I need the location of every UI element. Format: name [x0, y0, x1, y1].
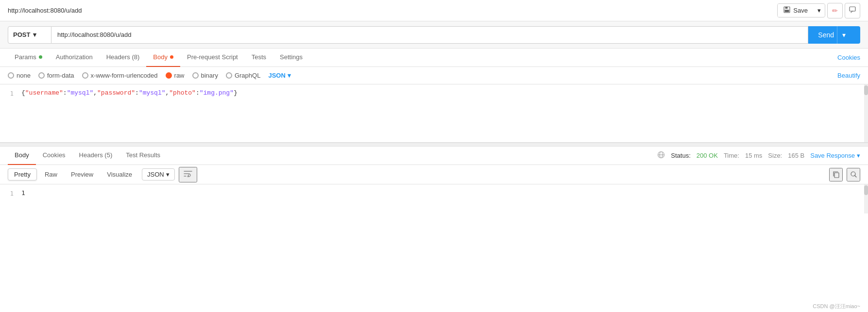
cookies-link[interactable]: Cookies [837, 54, 860, 61]
request-editor: 1 {"username":"mysql","password":"mysql"… [0, 84, 868, 143]
response-editor: 1 1 [0, 184, 868, 213]
chevron-down-icon: ▾ [817, 7, 821, 14]
tab-pre-request[interactable]: Pre-request Script [180, 49, 245, 67]
response-scrollbar[interactable] [864, 184, 868, 213]
radio-url-encoded[interactable] [82, 72, 88, 79]
option-raw[interactable]: raw [166, 72, 185, 79]
send-label: Send [818, 31, 834, 39]
radio-binary[interactable] [192, 72, 199, 79]
edit-icon: ✏ [832, 7, 838, 15]
response-section: Body Cookies Headers (5) Test Results St… [0, 147, 868, 213]
save-button[interactable]: Save [778, 4, 814, 17]
response-line-content-1: 1 [19, 189, 868, 197]
response-line-1: 1 1 [0, 188, 868, 198]
request-tabs-bar: Params Authorization Headers (8) Body Pr… [0, 49, 868, 67]
option-binary[interactable]: binary [192, 72, 218, 79]
edit-button[interactable]: ✏ [827, 3, 843, 18]
tab-tests[interactable]: Tests [245, 49, 273, 67]
url-bar: POST ▾ Send ▾ [0, 21, 868, 49]
option-graphql[interactable]: GraphQL [226, 72, 260, 79]
format-pretty-button[interactable]: Pretty [8, 168, 37, 181]
comment-icon [849, 6, 856, 15]
status-label: Status: [671, 152, 690, 159]
top-bar: http://localhost:8080/u/add Save ▾ ✏ [0, 0, 868, 21]
tab-body[interactable]: Body [146, 49, 180, 67]
comment-button[interactable] [845, 3, 860, 18]
svg-rect-1 [785, 7, 788, 9]
svg-rect-3 [850, 7, 855, 11]
wrap-button[interactable] [179, 167, 197, 182]
response-status: Status: 200 OK Time: 15 ms Size: 165 B S… [657, 151, 860, 160]
page-title: http://localhost:8080/u/add [8, 7, 82, 14]
radio-none[interactable] [8, 72, 14, 79]
globe-icon [657, 151, 665, 160]
tab-settings[interactable]: Settings [273, 49, 309, 67]
beautify-button[interactable]: Beautify [837, 72, 860, 79]
save-button-group: Save ▾ [777, 3, 825, 17]
response-json-select[interactable]: JSON ▾ [142, 168, 175, 181]
save-dropdown-button[interactable]: ▾ [814, 4, 825, 16]
format-preview-button[interactable]: Preview [65, 169, 99, 180]
response-tab-headers[interactable]: Headers (5) [72, 147, 119, 165]
radio-graphql[interactable] [226, 72, 232, 79]
response-json-dropdown-icon: ▾ [166, 171, 170, 178]
response-tabs: Body Cookies Headers (5) Test Results [8, 147, 167, 165]
method-select[interactable]: POST ▾ [8, 26, 51, 44]
footer-text: CSDN @汪汪miao~ [813, 303, 860, 309]
response-action-icons [829, 168, 860, 181]
scrollbar-thumb[interactable] [864, 85, 868, 95]
copy-response-button[interactable] [829, 168, 843, 181]
save-label: Save [793, 7, 808, 14]
tab-params[interactable]: Params [8, 49, 49, 67]
url-input[interactable] [51, 26, 808, 44]
response-tab-test-results[interactable]: Test Results [119, 147, 167, 165]
response-scrollbar-thumb[interactable] [864, 185, 868, 195]
option-url-encoded[interactable]: x-www-form-urlencoded [82, 72, 158, 79]
open-brace: { [21, 89, 25, 97]
editor-scrollbar[interactable] [864, 84, 868, 142]
response-line-number-1: 1 [0, 189, 19, 197]
option-none[interactable]: none [8, 72, 31, 79]
size-label: Size: [768, 152, 782, 159]
response-content-1: 1 [21, 189, 25, 197]
json-dropdown-icon: ▾ [288, 72, 291, 79]
line-content-1[interactable]: {"username":"mysql","password":"mysql","… [19, 89, 868, 97]
save-response-link[interactable]: Save Response ▾ [810, 152, 860, 159]
method-dropdown-icon: ▾ [33, 31, 36, 38]
time-value: 15 ms [745, 152, 762, 159]
tab-headers[interactable]: Headers (8) [100, 49, 147, 67]
method-label: POST [13, 31, 30, 38]
status-value: 200 OK [697, 152, 718, 159]
radio-raw[interactable] [166, 72, 172, 79]
option-form-data[interactable]: form-data [38, 72, 74, 79]
svg-rect-6 [834, 173, 839, 178]
search-response-button[interactable] [847, 168, 860, 181]
save-icon [783, 6, 790, 15]
format-raw-button[interactable]: Raw [39, 169, 63, 180]
response-format-bar: Pretty Raw Preview Visualize JSON ▾ [0, 165, 868, 184]
editor-line-1: 1 {"username":"mysql","password":"mysql"… [0, 88, 868, 98]
response-tab-body[interactable]: Body [8, 147, 36, 165]
body-options-bar: none form-data x-www-form-urlencoded raw… [0, 67, 868, 84]
format-visualize-button[interactable]: Visualize [101, 169, 138, 180]
json-select[interactable]: JSON ▾ [268, 72, 290, 79]
response-tab-cookies[interactable]: Cookies [36, 147, 72, 165]
send-button[interactable]: Send ▾ [808, 26, 860, 44]
save-response-dropdown-icon: ▾ [857, 152, 860, 159]
size-value: 165 B [788, 152, 804, 159]
request-tabs: Params Authorization Headers (8) Body Pr… [8, 49, 309, 67]
body-dot [170, 55, 173, 59]
line-number-1: 1 [0, 89, 19, 97]
tab-authorization[interactable]: Authorization [49, 49, 100, 67]
time-label: Time: [724, 152, 739, 159]
send-dropdown-icon[interactable]: ▾ [837, 26, 851, 44]
footer: CSDN @汪汪miao~ [805, 301, 868, 312]
top-bar-actions: Save ▾ ✏ [777, 3, 860, 18]
response-tabs-bar: Body Cookies Headers (5) Test Results St… [0, 147, 868, 165]
params-dot [39, 55, 42, 59]
radio-form-data[interactable] [38, 72, 45, 79]
svg-rect-2 [785, 10, 789, 12]
